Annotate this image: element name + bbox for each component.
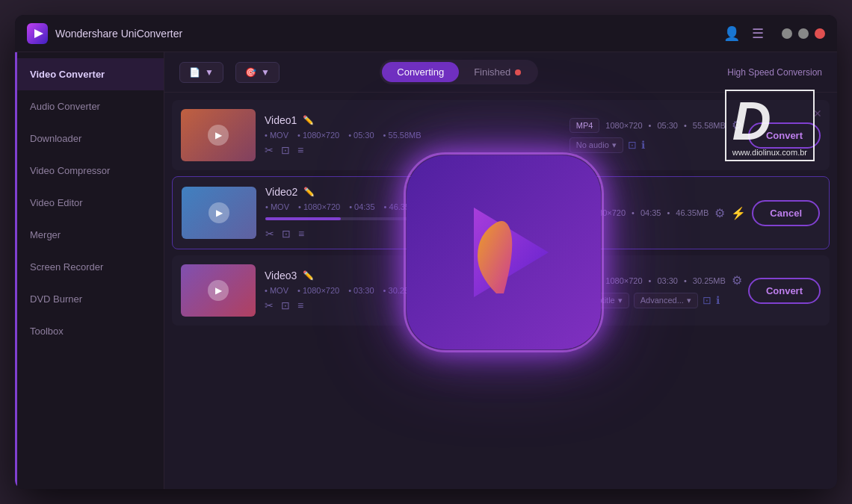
effects-icon[interactable]: ≡ [297, 144, 303, 156]
subtitle-dropdown[interactable]: No subtitle ▾ [569, 293, 629, 308]
watermark-site: www.diolinux.com.br [732, 148, 807, 157]
sidebar-item-merger[interactable]: Merger [15, 219, 164, 251]
minimize-button[interactable] [782, 28, 792, 39]
video-meta-in: MOV 1080×720 03:30 30.25MB [265, 286, 561, 295]
video-actions: ✂ ⊡ ≡ [265, 144, 561, 156]
video-title-row: Video2 ✏️ [265, 186, 543, 198]
edit-icon[interactable]: ✏️ [303, 115, 314, 125]
convert-button-3[interactable]: Convert [748, 278, 821, 304]
table-row: ▶ Video3 ✏️ MOV 1080×720 03:30 30.25MB [172, 255, 830, 326]
progress-bar-row: wait... [265, 214, 543, 223]
info-icon[interactable]: ℹ [716, 294, 720, 306]
cut-icon[interactable]: ✂ [265, 299, 274, 311]
sidebar: Video Converter Audio Converter Download… [15, 52, 164, 489]
info-icon[interactable]: ℹ [641, 139, 645, 151]
titlebar-actions: 👤 ☰ [723, 25, 825, 42]
tab-converting[interactable]: Converting [382, 62, 459, 82]
crop-icon[interactable]: ⊡ [281, 144, 290, 156]
screen-icon[interactable]: ⊡ [628, 139, 637, 151]
app-logo [27, 23, 48, 44]
video-title-row: Video3 ✏️ [265, 270, 561, 281]
main-layout: Video Converter Audio Converter Download… [15, 52, 837, 489]
video-info: Video1 ✏️ MOV 1080×720 05:30 55.58MB ✂ ⊡ [265, 114, 561, 156]
settings-gear-icon[interactable]: ⚙ [732, 273, 742, 287]
sidebar-item-dvd-burner[interactable]: DVD Burner [15, 283, 164, 315]
menu-icon[interactable]: ☰ [752, 25, 764, 42]
output-settings: MP4 1080×720 • 04:35 • 46.35MB ⚙ ⚡ Cance… [552, 200, 820, 226]
sidebar-item-video-converter[interactable]: Video Converter [15, 58, 164, 90]
maximize-button[interactable] [798, 28, 809, 39]
format-badge: MP4 [569, 273, 600, 288]
format-badge: MP4 [552, 205, 583, 220]
resolution-out: 1080×720 [605, 121, 642, 130]
app-title: Wondershare UniConverter [55, 28, 723, 40]
crop-icon[interactable]: ⊡ [282, 228, 291, 240]
effects-icon[interactable]: ≡ [298, 228, 304, 240]
tab-finished[interactable]: Finished [459, 62, 536, 82]
video-actions: ✂ ⊡ ≡ [265, 299, 561, 311]
video-meta-in: MOV 1080×720 05:30 55.58MB [265, 131, 561, 140]
play-icon[interactable]: ▶ [208, 125, 229, 146]
video-thumbnail: ▶ [181, 264, 256, 317]
audio-dropdown[interactable]: No audio ▾ [569, 137, 623, 153]
add-file-icon: 📄 [189, 67, 200, 78]
crop-icon[interactable]: ⊡ [281, 299, 290, 311]
content-header: 📄 ▼ 🎯 ▼ Converting Finished High [164, 52, 837, 93]
tab-group: Converting Finished [380, 60, 538, 84]
sidebar-item-screen-recorder[interactable]: Screen Recorder [15, 251, 164, 283]
sidebar-item-toolbox[interactable]: Toolbox [15, 315, 164, 347]
sidebar-item-downloader[interactable]: Downloader [15, 122, 164, 155]
edit-icon[interactable]: ✏️ [303, 270, 314, 281]
add-files-button[interactable]: 📄 ▼ [179, 62, 223, 83]
screen-icon: 🎯 [245, 67, 256, 78]
video-thumbnail: ▶ [181, 109, 256, 161]
video-actions: ✂ ⊡ ≡ [265, 228, 543, 240]
wait-text: wait... [522, 214, 543, 223]
duration-out: 05:30 [657, 121, 678, 130]
video-info: Video2 ✏️ MOV 1080×720 04:35 46.35MB [265, 186, 543, 240]
settings-gear-icon[interactable]: ⚙ [714, 206, 725, 220]
finished-dot [515, 69, 521, 75]
play-icon[interactable]: ▶ [208, 280, 229, 301]
edit-icon[interactable]: ✏️ [303, 187, 315, 197]
video-title-row: Video1 ✏️ [265, 114, 561, 126]
screen-button[interactable]: 🎯 ▼ [235, 62, 280, 83]
effects-icon[interactable]: ≡ [297, 299, 303, 311]
output-settings: MP4 1080×720 • 03:30 • 30.25MB ⚙ No sub [569, 273, 821, 308]
close-button[interactable] [815, 28, 825, 39]
cut-icon[interactable]: ✂ [265, 228, 274, 240]
lightning-icon: ⚡ [731, 206, 746, 220]
high-speed-label: High Speed Conversion [727, 67, 822, 78]
play-icon[interactable]: ▶ [209, 202, 229, 223]
sidebar-item-video-compressor[interactable]: Video Compressor [15, 155, 164, 187]
title-bar: Wondershare UniConverter 👤 ☰ [15, 15, 837, 52]
watermark: D www.diolinux.com.br [725, 90, 815, 161]
video-title: Video1 [265, 114, 297, 126]
app-window: Wondershare UniConverter 👤 ☰ Video Conve… [15, 15, 837, 489]
progress-bar-fill [265, 217, 341, 220]
video-meta-in: MOV 1080×720 04:35 46.35MB [265, 202, 543, 211]
video-info: Video3 ✏️ MOV 1080×720 03:30 30.25MB ✂ ⊡ [265, 270, 561, 311]
window-controls [782, 28, 825, 39]
advanced-dropdown[interactable]: Advanced... ▾ [634, 293, 698, 308]
progress-bar-bg [265, 217, 516, 220]
sidebar-item-audio-converter[interactable]: Audio Converter [15, 90, 164, 122]
size-out: 55.58MB [693, 121, 726, 130]
screen-icon[interactable]: ⊡ [703, 294, 711, 306]
video-title: Video3 [265, 270, 297, 281]
watermark-border: D www.diolinux.com.br [725, 90, 815, 161]
cancel-button[interactable]: Cancel [752, 200, 820, 226]
format-badge: MP4 [569, 118, 600, 133]
profile-icon[interactable]: 👤 [723, 25, 740, 42]
video-thumbnail: ▶ [182, 187, 256, 239]
watermark-letter: D [732, 94, 807, 148]
sidebar-item-video-editor[interactable]: Video Editor [15, 187, 164, 219]
video-title: Video2 [265, 186, 297, 198]
cut-icon[interactable]: ✂ [265, 144, 274, 156]
table-row: ▶ Video2 ✏️ MOV 1080×720 04:35 46.35MB [172, 176, 830, 249]
